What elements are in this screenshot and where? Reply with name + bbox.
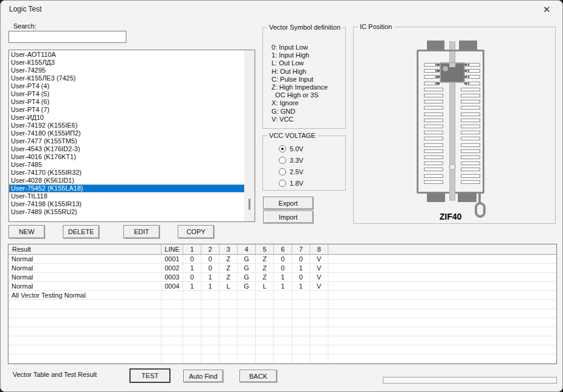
device-list-item[interactable]: User-74198 (K155IR13) <box>9 200 244 208</box>
filler-cell <box>328 345 556 354</box>
vector-cell <box>183 354 201 363</box>
vcc-option[interactable]: 3.3V <box>279 156 304 165</box>
device-list-item[interactable]: User-75452 (K155LA18) <box>9 185 244 192</box>
vector-cell <box>220 318 238 327</box>
socket-bottom-tab-right <box>458 193 477 202</box>
vcc-option[interactable]: 1.8V <box>279 179 304 188</box>
filler-cell <box>328 300 556 309</box>
list-scrollbar-track[interactable] <box>244 50 255 221</box>
close-icon[interactable]: ✕ <box>535 2 559 18</box>
vector-cell <box>274 300 292 309</box>
device-list-item[interactable]: User-PT4 (4) <box>9 82 244 90</box>
vector-cell: 0 <box>292 273 310 281</box>
vector-cell: 0 <box>201 255 220 263</box>
device-list-item[interactable]: User-7477 (K155TM5) <box>9 137 244 145</box>
vector-cell <box>183 327 201 336</box>
column-header[interactable]: 2 <box>201 244 220 254</box>
vector-symbol-group-title: Vector Symbol definition <box>267 24 342 31</box>
table-row[interactable] <box>8 318 556 327</box>
socket-slot-right <box>466 75 480 79</box>
socket-slot-left <box>424 100 443 103</box>
device-list-item[interactable]: User-ИД10 <box>9 114 244 122</box>
vcc-option[interactable]: 5.0V <box>279 145 304 153</box>
list-scrollbar-thumb[interactable] <box>249 198 250 210</box>
device-list-item[interactable]: User-AOT110A <box>9 51 244 59</box>
edit-button[interactable]: EDIT <box>123 225 160 238</box>
column-header[interactable]: 4 <box>238 244 256 254</box>
device-listbox[interactable]: User-AOT110AUser-К155ЛД3User-74295User-К… <box>8 50 255 222</box>
export-button[interactable]: Export <box>263 197 313 209</box>
vector-cell: G <box>238 282 256 290</box>
device-list-item[interactable]: User-4016 (K176KT1) <box>9 153 244 161</box>
socket-slot-right <box>461 100 480 103</box>
table-row[interactable] <box>8 345 556 354</box>
socket-slot-right <box>461 149 480 153</box>
new-button[interactable]: NEW <box>8 225 45 238</box>
socket-slot-left <box>424 75 438 79</box>
device-list-item[interactable]: User-74170 (K155IR32) <box>9 169 244 177</box>
vcc-option-label: 2.5V <box>290 168 304 175</box>
import-button[interactable]: Import <box>263 211 313 223</box>
vector-cell <box>238 318 256 327</box>
device-list-item[interactable]: User-PT4 (6) <box>9 98 244 106</box>
table-row[interactable]: Normal000100ZGZ00V <box>8 255 556 264</box>
search-input[interactable] <box>8 31 126 43</box>
result-cell <box>8 309 161 318</box>
socket-slot-left <box>424 125 443 128</box>
column-header[interactable]: 3 <box>220 244 238 254</box>
device-list-item[interactable]: User-TIL118 <box>9 192 244 200</box>
socket-slot-right <box>461 88 480 91</box>
column-header[interactable]: Result <box>8 244 161 254</box>
table-row[interactable] <box>8 364 556 364</box>
table-row[interactable] <box>8 354 556 364</box>
socket-slot-right <box>461 106 480 109</box>
vector-cell: V <box>310 264 328 272</box>
delete-button[interactable]: DELETE <box>63 225 99 238</box>
device-list-item[interactable]: User-PT4 (7) <box>9 106 244 114</box>
vector-cell <box>274 309 292 318</box>
table-row[interactable] <box>8 336 556 345</box>
table-row[interactable]: Normal000301ZGZ10V <box>8 273 556 282</box>
copy-button[interactable]: COPY <box>178 225 214 238</box>
device-list-item[interactable]: User-4543 (K176ID2-3) <box>9 145 244 153</box>
test-button[interactable]: TEST <box>129 368 171 383</box>
table-row[interactable] <box>8 300 556 309</box>
vector-symbol-line: OC High or 3S <box>272 91 343 99</box>
device-list-item[interactable]: User-PT4 (5) <box>9 90 244 98</box>
device-list-item[interactable]: User-74192 (K155IE6) <box>9 122 244 129</box>
filler-cell <box>328 264 556 272</box>
device-list-item[interactable]: User-74180 (K155ИП2) <box>9 129 244 137</box>
vcc-voltage-group: VCC VOLTAGE 5.0V3.3V2.5V1.8V <box>262 136 346 191</box>
vector-cell <box>238 336 256 345</box>
table-row[interactable]: Normal000411LGL11V <box>8 282 556 291</box>
device-list-item[interactable]: User-К155ЛЕ3 (7425) <box>9 74 244 82</box>
chip-notch <box>449 63 455 67</box>
device-list-item[interactable]: User-К155ЛД3 <box>9 59 244 67</box>
table-row[interactable] <box>8 327 556 336</box>
column-header[interactable]: LINE <box>161 244 183 254</box>
column-header[interactable]: 8 <box>310 244 328 254</box>
back-button[interactable]: BACK <box>239 370 277 382</box>
vector-cell: Z <box>256 264 274 272</box>
vcc-option[interactable]: 2.5V <box>279 168 304 176</box>
filler-cell <box>328 364 556 364</box>
vector-cell <box>183 364 201 364</box>
column-header[interactable]: 7 <box>292 244 310 254</box>
table-row[interactable]: Normal000210ZGZ01V <box>8 264 556 273</box>
vector-cell <box>274 327 292 336</box>
socket-slot-right <box>461 174 480 178</box>
chip-pin-stub <box>437 64 440 66</box>
column-header[interactable]: 6 <box>274 244 292 254</box>
column-header[interactable]: 5 <box>256 244 274 254</box>
device-list-item[interactable]: User-74295 <box>9 67 244 74</box>
device-list-item[interactable]: User-7489 (K155RU2) <box>9 208 244 216</box>
vector-symbol-line: X: Ignore <box>272 99 343 107</box>
table-row[interactable]: All Vector Testing Normal <box>8 291 556 300</box>
device-list-item[interactable]: User-7485 <box>9 161 244 169</box>
vector-cell: Z <box>220 273 238 281</box>
table-row[interactable] <box>8 309 556 318</box>
column-header[interactable]: 1 <box>183 244 201 254</box>
auto-find-button[interactable]: Auto Find <box>183 370 223 382</box>
device-list-item[interactable]: User-4028 (K561ID1) <box>9 177 244 185</box>
vector-cell: V <box>310 282 328 290</box>
